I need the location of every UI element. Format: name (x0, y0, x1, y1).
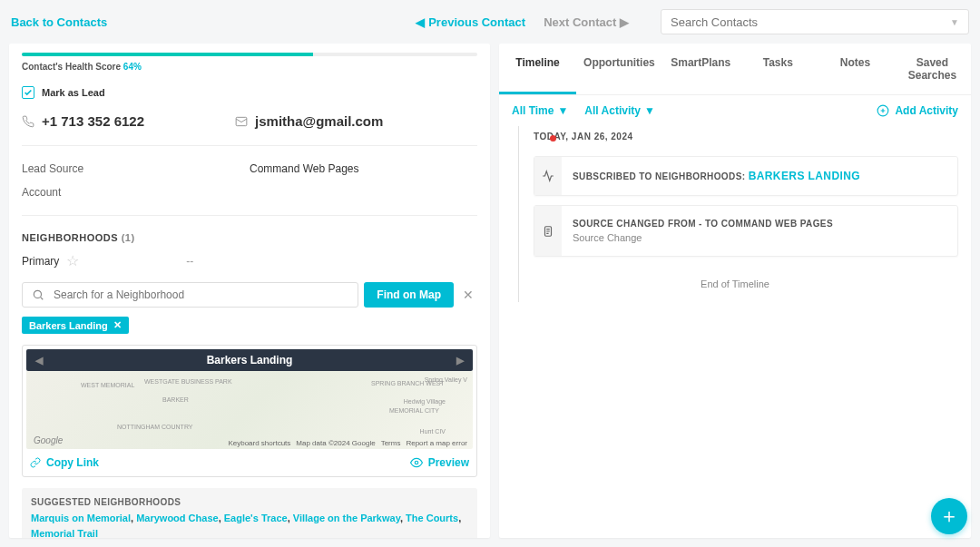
tab-saved-searches[interactable]: Saved Searches (894, 44, 971, 94)
chevron-down-icon: ▼ (557, 104, 568, 117)
add-activity-button[interactable]: Add Activity (877, 104, 958, 117)
contact-detail-panel: Contact's Health Score 64% Mark as Lead … (9, 44, 490, 538)
map-keyboard-shortcuts[interactable]: Keyboard shortcuts (228, 439, 290, 447)
health-progress-fill (22, 53, 313, 56)
suggested-neighborhood-link[interactable]: The Courts (406, 513, 458, 523)
preview-label: Preview (428, 456, 469, 469)
timeline-line (518, 126, 519, 302)
tab-opportunities[interactable]: Opportunities (576, 44, 662, 94)
neighborhoods-header: NEIGHBORHOODS (1) (22, 232, 477, 243)
all-activity-filter[interactable]: All Activity ▼ (584, 104, 654, 117)
next-contact-link: Next Contact ▶ (544, 15, 629, 29)
chevron-right-icon: ▶ (620, 15, 629, 29)
fab-add-button[interactable]: ＋ (931, 498, 967, 534)
map-container: ◀ Barkers Landing ▶ WEST MEMORIAL WESTGA… (22, 345, 477, 477)
add-activity-label: Add Activity (895, 104, 958, 117)
card-subtitle: Source Change (573, 232, 946, 243)
health-progress-bar (22, 53, 477, 56)
phone-number: +1 713 352 6122 (42, 113, 144, 129)
activity-icon (542, 170, 554, 182)
previous-contact-link[interactable]: ◀ Previous Contact (416, 15, 525, 29)
star-icon[interactable]: ☆ (66, 252, 79, 269)
suggested-links: Marquis on Memorial, Marywood Chase, Eag… (31, 511, 468, 538)
tab-smartplans[interactable]: SmartPlans (662, 44, 740, 94)
email-address: jsmitha@gmail.com (255, 113, 383, 129)
suggested-neighborhood-link[interactable]: Eagle's Trace (224, 513, 288, 523)
timeline-date-header: TODAY, JAN 26, 2024 (534, 126, 958, 147)
search-contacts-input[interactable] (671, 15, 950, 29)
suggested-neighborhood-link[interactable]: Village on the Parkway (293, 513, 400, 523)
account-value (250, 186, 477, 199)
neighborhood-search-input[interactable] (54, 288, 348, 301)
search-contacts-box[interactable]: ▼ (661, 9, 969, 34)
lead-source-label: Lead Source (22, 162, 250, 175)
svg-point-1 (34, 290, 41, 298)
suggested-label: SUGGESTED NEIGHBORHOODS (31, 497, 468, 507)
map-title: Barkers Landing (207, 354, 293, 366)
suggested-neighborhood-link[interactable]: Marquis on Memorial (31, 513, 131, 523)
primary-label: Primary (22, 255, 59, 268)
email-display[interactable]: jsmitha@gmail.com (235, 113, 383, 129)
map-data-attr: Map data ©2024 Google (296, 439, 375, 447)
preview-button[interactable]: Preview (410, 456, 469, 469)
all-time-filter[interactable]: All Time ▼ (512, 104, 568, 117)
tab-tasks[interactable]: Tasks (740, 44, 817, 94)
map-terms-link[interactable]: Terms (381, 439, 401, 447)
svg-point-2 (415, 461, 418, 464)
primary-value: -- (186, 255, 193, 268)
timeline-dot-icon (550, 135, 556, 142)
map-prev-icon[interactable]: ◀ (35, 355, 43, 366)
phone-icon (22, 115, 34, 128)
card-title: SUBSCRIBED TO NEIGHBORHOODS: BARKERS LAN… (573, 170, 946, 182)
suggested-neighborhoods-box: SUGGESTED NEIGHBORHOODS Marquis on Memor… (22, 488, 477, 538)
svg-rect-0 (236, 117, 247, 125)
timeline: TODAY, JAN 26, 2024 SUBSCRIBED TO NEIGHB… (499, 126, 971, 302)
card-title: SOURCE CHANGED FROM - TO COMMAND WEB PAG… (573, 219, 946, 229)
link-icon (30, 457, 41, 468)
suggested-neighborhood-link[interactable]: Marywood Chase (136, 513, 218, 523)
back-to-contacts-link[interactable]: Back to Contacts (11, 15, 107, 29)
tab-timeline[interactable]: Timeline (499, 44, 576, 94)
remove-tag-icon[interactable]: ✕ (113, 319, 122, 331)
previous-contact-label: Previous Contact (428, 15, 525, 29)
timeline-end-label: End of Timeline (512, 278, 958, 289)
plus-icon: ＋ (939, 503, 959, 530)
map-next-icon[interactable]: ▶ (456, 355, 464, 366)
mark-as-lead-checkbox[interactable] (22, 86, 34, 99)
timeline-card[interactable]: SUBSCRIBED TO NEIGHBORHOODS: BARKERS LAN… (534, 156, 958, 196)
lead-source-value: Command Web Pages (250, 162, 477, 175)
phone-display[interactable]: +1 713 352 6122 (22, 113, 144, 129)
eye-icon (410, 456, 423, 469)
copy-link-label: Copy Link (46, 456, 99, 469)
next-contact-label: Next Contact (544, 15, 616, 29)
divider (22, 215, 477, 216)
health-score-label: Contact's Health Score 64% (22, 62, 477, 72)
map-header: ◀ Barkers Landing ▶ (26, 349, 473, 371)
find-on-map-button[interactable]: Find on Map (364, 282, 454, 308)
mark-as-lead-label: Mark as Lead (42, 87, 105, 98)
search-icon (32, 288, 44, 301)
neighborhood-tag-label: Barkers Landing (29, 320, 108, 331)
dropdown-arrow-icon: ▼ (950, 17, 959, 27)
tab-notes[interactable]: Notes (817, 44, 894, 94)
divider (22, 145, 477, 146)
activity-panel: TimelineOpportunitiesSmartPlansTasksNote… (499, 44, 971, 538)
account-label: Account (22, 186, 250, 199)
email-icon (235, 115, 248, 128)
top-bar: Back to Contacts ◀ Previous Contact Next… (0, 0, 980, 44)
plus-circle-icon (877, 104, 889, 117)
timeline-card[interactable]: SOURCE CHANGED FROM - TO COMMAND WEB PAG… (534, 205, 958, 257)
google-logo: Google (34, 435, 63, 445)
tabs: TimelineOpportunitiesSmartPlansTasksNote… (499, 44, 971, 95)
chevron-left-icon: ◀ (416, 15, 425, 29)
copy-link-button[interactable]: Copy Link (30, 456, 99, 469)
neighborhood-tag[interactable]: Barkers Landing ✕ (22, 317, 129, 334)
map-report-link[interactable]: Report a map error (406, 439, 467, 447)
neighborhood-search-wrap[interactable] (22, 282, 358, 308)
check-icon (24, 88, 33, 97)
chevron-down-icon: ▼ (644, 104, 655, 117)
clear-icon[interactable]: ✕ (459, 288, 477, 302)
clipboard-icon (542, 225, 554, 238)
map-image[interactable]: WEST MEMORIAL WESTGATE BUSINESS PARK BAR… (26, 371, 473, 449)
suggested-neighborhood-link[interactable]: Memorial Trail (31, 528, 98, 539)
